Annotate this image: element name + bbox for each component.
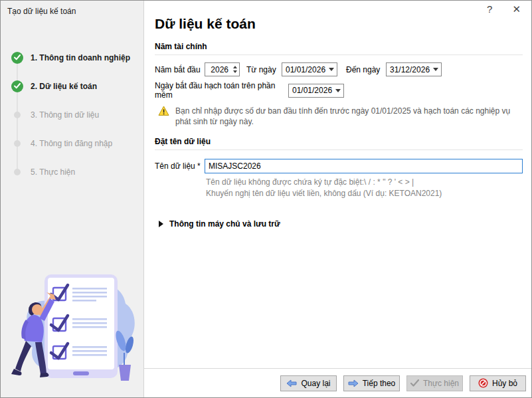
step-pending-dot-icon <box>14 140 21 147</box>
chevron-down-icon[interactable] <box>325 68 337 71</box>
from-date-value[interactable]: 01/01/2026 <box>282 65 325 74</box>
start-year-value[interactable]: 2026 <box>205 63 230 76</box>
wizard-sidebar: Tạo dữ liệu kế toán 1. Thông tin doanh n… <box>1 1 144 397</box>
next-button-label: Tiếp theo <box>363 379 396 388</box>
step-data-info: 3. Thông tin dữ liệu <box>1 100 143 129</box>
execute-button-label: Thực hiện <box>423 379 459 388</box>
chevron-down-icon[interactable] <box>430 68 441 71</box>
step-pending-dot-icon <box>14 112 21 118</box>
step-done-check-icon <box>11 52 23 64</box>
next-button[interactable]: Tiếp theo <box>343 375 400 391</box>
checklist-illustration <box>6 268 139 393</box>
cancel-button-label: Hủy bỏ <box>492 379 517 388</box>
spinner-up-icon[interactable] <box>233 66 237 68</box>
data-name-input[interactable] <box>205 159 523 173</box>
step-label: 4. Thông tin đăng nhập <box>31 139 112 148</box>
check-icon <box>410 379 419 387</box>
step-execute: 5. Thực hiện <box>1 157 143 186</box>
expander-right-arrow-icon[interactable] <box>159 221 163 227</box>
fiscal-year-section-header: Năm tài chính <box>155 42 523 55</box>
posting-date-dropdown[interactable]: 01/01/2026 <box>288 84 344 98</box>
spinner-arrows-icon[interactable] <box>230 63 239 76</box>
hint-special-chars: Tên dữ liệu không được chứa ký tự đặc bi… <box>206 177 523 188</box>
step-pending-dot-icon <box>14 169 21 175</box>
warning-text: Bạn chỉ nhập được số dư ban đầu tính đến… <box>175 106 523 127</box>
start-year-spinner[interactable]: 2026 <box>205 62 240 76</box>
server-info-expander[interactable]: Thông tin máy chủ và lưu trữ <box>155 219 523 229</box>
step-login-info: 4. Thông tin đăng nhập <box>1 129 143 157</box>
data-name-row: Tên dữ liệu * <box>155 159 523 173</box>
data-name-hints: Tên dữ liệu không được chứa ký tự đặc bi… <box>206 177 523 199</box>
to-date-dropdown[interactable]: 31/12/2026 <box>386 62 442 76</box>
arrow-right-icon <box>348 379 359 387</box>
window-title: Tạo dữ liệu kế toán <box>1 1 143 22</box>
footer-bar: Quay lại Tiếp theo Thực hiện <box>144 368 531 397</box>
step-accounting-data: 2. Dữ liệu kế toán <box>1 72 143 100</box>
spinner-down-icon[interactable] <box>233 70 237 73</box>
step-label: 1. Thông tin doanh nghiệp <box>31 53 130 62</box>
from-date-label: Từ ngày <box>246 65 282 74</box>
step-done-check-icon <box>11 80 23 92</box>
fiscal-year-row: Năm bắt đầu 2026 Từ ngày 01/01/2026 Đến … <box>155 62 523 76</box>
start-year-label: Năm bắt đầu <box>155 65 205 74</box>
step-label: 5. Thực hiện <box>31 167 75 177</box>
cancel-prohibition-icon <box>478 378 488 388</box>
cancel-button[interactable]: Hủy bỏ <box>470 375 526 391</box>
back-button[interactable]: Quay lại <box>280 375 337 391</box>
data-name-section-header: Đặt tên dữ liệu <box>155 137 523 150</box>
wizard-steps: 1. Thông tin doanh nghiệp 2. Dữ liệu kế … <box>1 43 143 186</box>
from-date-dropdown[interactable]: 01/01/2026 <box>282 62 337 76</box>
help-icon[interactable]: ? <box>487 4 492 14</box>
data-name-label: Tên dữ liệu * <box>155 161 205 171</box>
to-date-value[interactable]: 31/12/2026 <box>387 65 430 74</box>
main-panel: ? ✕ Dữ liệu kế toán Năm tài chính Năm bắ… <box>144 1 531 397</box>
to-date-label: Đến ngày <box>346 65 386 74</box>
titlebar-icons: ? ✕ <box>487 4 521 14</box>
step-label: 3. Thông tin dữ liệu <box>31 110 99 120</box>
chevron-down-icon[interactable] <box>332 89 343 92</box>
step-label: 2. Dữ liệu kế toán <box>31 82 97 91</box>
step-company-info: 1. Thông tin doanh nghiệp <box>1 43 143 72</box>
balance-warning: Bạn chỉ nhập được số dư ban đầu tính đến… <box>155 106 523 127</box>
execute-button[interactable]: Thực hiện <box>406 375 463 391</box>
server-info-expander-label: Thông tin máy chủ và lưu trữ <box>169 219 280 229</box>
warning-triangle-icon <box>158 106 169 127</box>
page-title: Dữ liệu kế toán <box>155 16 523 32</box>
arrow-left-icon <box>286 379 297 387</box>
posting-date-row: Ngày bắt đầu hạch toán trên phần mềm 01/… <box>155 81 523 100</box>
posting-date-label: Ngày bắt đầu hạch toán trên phần mềm <box>155 81 288 100</box>
close-icon[interactable]: ✕ <box>512 4 521 14</box>
posting-date-value[interactable]: 01/01/2026 <box>289 86 332 95</box>
back-button-label: Quay lại <box>301 379 330 388</box>
create-accounting-data-dialog: Tạo dữ liệu kế toán 1. Thông tin doanh n… <box>0 0 532 398</box>
hint-recommendation: Khuyến nghị tên dữ liệu viết liền, không… <box>206 188 523 199</box>
